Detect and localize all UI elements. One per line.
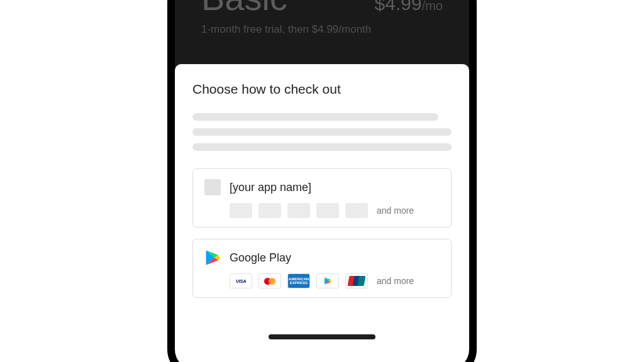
plan-price-amount: $4.99: [375, 0, 422, 14]
more-label: and more: [377, 276, 414, 286]
plan-price: $4.99/mo: [375, 0, 443, 14]
google-play-card-icon: [316, 273, 339, 288]
plan-subtext: 1-month free trial, then $4.99/month: [201, 23, 443, 36]
phone-screen: Basic $4.99/mo 1-month free trial, then …: [175, 0, 469, 362]
description-placeholder: [192, 113, 452, 151]
payment-method-placeholder: [345, 203, 368, 218]
google-play-icon: [204, 250, 221, 266]
visa-icon: VISA: [230, 273, 252, 288]
payment-option-app[interactable]: [your app name] and more: [192, 168, 452, 228]
payment-option-google-play[interactable]: Google Play VISA AMERICAN EXPRESS: [192, 239, 452, 298]
payment-method-placeholder: [258, 203, 281, 218]
app-icon-placeholder: [204, 179, 221, 195]
plan-name: Basic: [201, 0, 287, 18]
gesture-bar: [269, 334, 375, 339]
skeleton-line: [192, 128, 452, 136]
unionpay-icon: [345, 273, 368, 288]
amex-icon: AMERICAN EXPRESS: [287, 273, 310, 288]
sheet-title: Choose how to check out: [192, 82, 452, 97]
mastercard-icon: [258, 273, 281, 288]
more-label: and more: [377, 206, 414, 216]
payment-method-placeholder: [316, 203, 339, 218]
payment-option-app-label: [your app name]: [230, 181, 311, 194]
payment-method-placeholder: [287, 203, 310, 218]
skeleton-line: [192, 113, 438, 121]
skeleton-line: [192, 143, 452, 151]
plan-price-unit: /mo: [422, 0, 443, 13]
payment-option-google-play-label: Google Play: [230, 251, 291, 265]
checkout-sheet: Choose how to check out [your app name]: [175, 64, 469, 362]
payment-method-placeholder: [230, 203, 252, 218]
phone-frame: Basic $4.99/mo 1-month free trial, then …: [167, 0, 477, 362]
